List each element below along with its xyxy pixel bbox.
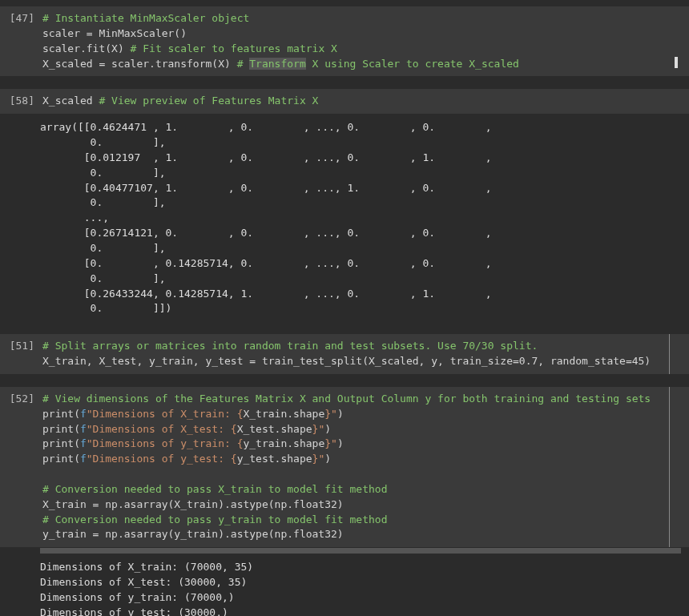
cell-47: [47] # Instantiate MinMaxScaler object s… — [0, 6, 689, 76]
comment: # Instantiate MinMaxScaler object — [42, 12, 249, 24]
code-editor[interactable]: X_scaled # View preview of Features Matr… — [39, 89, 689, 114]
cell-51: [51] # Split arrays or matrices into ran… — [0, 334, 689, 374]
code-line: scaler = MinMaxScaler() — [42, 27, 187, 39]
output-area: array([[0.4624471 , 1. , 0. , ..., 0. , … — [0, 115, 689, 321]
print-call: print(f"Dimensions of X_test: {X_test.sh… — [42, 423, 331, 435]
output-text: Dimensions of X_train: (70000, 35) Dimen… — [37, 555, 689, 616]
code-line: X_train = np.asarray(X_train).astype(np.… — [42, 498, 344, 510]
margin-guide — [669, 387, 670, 547]
comment: # View dimensions of the Features Matrix… — [42, 393, 651, 405]
input-area[interactable]: [47] # Instantiate MinMaxScaler object s… — [0, 6, 689, 76]
text-cursor — [673, 55, 678, 70]
print-call: print(f"Dimensions of y_train: {y_train.… — [42, 437, 344, 449]
input-area[interactable]: [51] # Split arrays or matrices into ran… — [0, 334, 689, 374]
code-line: y_train = np.asarray(y_train).astype(np.… — [42, 528, 344, 540]
cell-52: [52] # View dimensions of the Features M… — [0, 387, 689, 616]
code-editor[interactable]: # Instantiate MinMaxScaler object scaler… — [39, 6, 689, 76]
code-line: X_train, X_test, y_train, y_test = train… — [42, 355, 651, 367]
comment: # Fit scaler to features matrix X — [131, 42, 337, 54]
code-line: X_scaled — [42, 95, 99, 107]
comment: # Split arrays or matrices into random t… — [42, 340, 538, 352]
print-call: print(f"Dimensions of y_test: {y_test.sh… — [42, 453, 331, 465]
cell-58: [58] X_scaled # View preview of Features… — [0, 89, 689, 321]
code-editor[interactable]: # Split arrays or matrices into random t… — [39, 334, 689, 374]
prompt-label: [51] — [2, 334, 39, 374]
print-call: print(f"Dimensions of X_train: {X_train.… — [42, 408, 344, 420]
margin-guide — [669, 334, 670, 374]
comment: # Transform X using Scaler to create X_s… — [237, 58, 519, 70]
input-area[interactable]: [52] # View dimensions of the Features M… — [0, 387, 689, 547]
prompt-label: [52] — [2, 387, 39, 547]
output-area: Dimensions of X_train: (70000, 35) Dimen… — [0, 555, 689, 616]
code-line: scaler.fit(X) — [42, 42, 131, 54]
prompt-label: [47] — [2, 6, 39, 76]
comment: # View preview of Features Matrix X — [99, 95, 318, 107]
comment: # Conversion needed to pass y_train to m… — [42, 513, 387, 525]
code-line: X_scaled = scaler.transform(X) — [42, 58, 237, 70]
horizontal-scrollbar[interactable] — [40, 548, 681, 554]
highlighted-word: Transform — [249, 58, 305, 70]
input-area[interactable]: [58] X_scaled # View preview of Features… — [0, 89, 689, 114]
prompt-label: [58] — [2, 89, 39, 114]
output-text: array([[0.4624471 , 1. , 0. , ..., 0. , … — [37, 115, 689, 321]
code-editor[interactable]: # View dimensions of the Features Matrix… — [39, 387, 689, 547]
comment: # Conversion needed to pass X_train to m… — [42, 483, 387, 495]
